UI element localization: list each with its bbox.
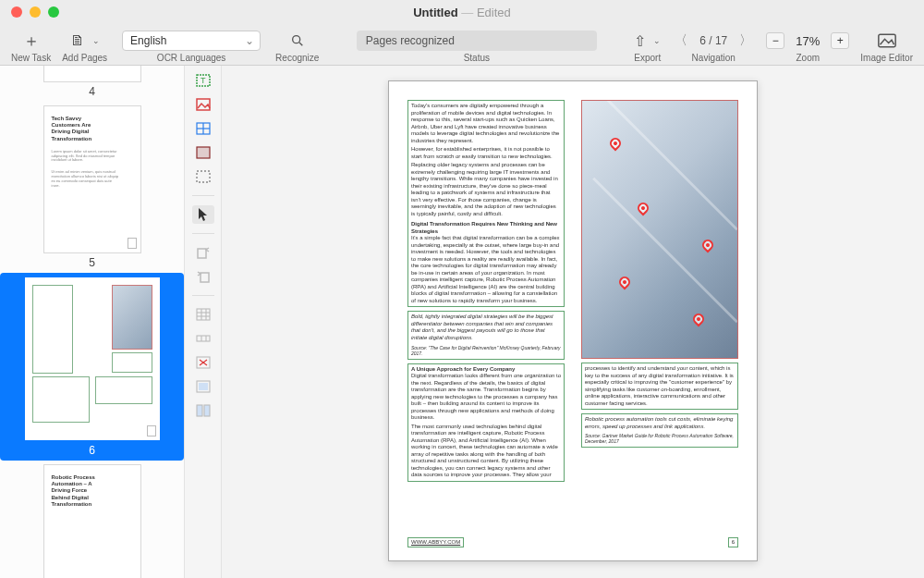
text-block[interactable]: A Unique Approach for Every Company Digi… [407, 363, 565, 482]
text-block[interactable]: Robotic process automation tools cut cos… [581, 413, 738, 448]
text-block[interactable]: processes to identify and understand you… [581, 363, 738, 410]
svg-rect-27 [204, 405, 210, 416]
zoom-out-button[interactable]: − [766, 32, 784, 49]
rotate-left-tool[interactable] [192, 243, 214, 262]
export-button[interactable]: ⇧⌄ Export [628, 31, 666, 63]
zoom-in-button[interactable]: + [831, 32, 849, 49]
zoom-group: − 17% + Zoom [760, 31, 855, 63]
picture-block-tool[interactable] [192, 95, 214, 114]
navigation-group: 〈 6 / 17 〉 Navigation [666, 31, 760, 63]
page-footer: WWW.ABBYY.COM 6 [407, 537, 738, 548]
svg-line-1 [299, 43, 302, 45]
titlebar: Untitled — Edited [0, 0, 924, 24]
image-block[interactable] [581, 100, 738, 359]
svg-rect-25 [199, 383, 208, 390]
document-icon: 🗎 [70, 32, 85, 49]
table-add-tool[interactable] [192, 305, 214, 324]
text-block-tool[interactable]: T [192, 71, 214, 90]
image-editor-icon [878, 33, 896, 48]
ocr-language-select[interactable]: English [122, 31, 261, 51]
thumbnail-6[interactable]: 6 [0, 273, 184, 461]
svg-rect-10 [197, 171, 210, 182]
svg-point-0 [292, 36, 299, 43]
table-block-tool[interactable] [192, 119, 214, 138]
new-task-button[interactable]: ＋ New Task [6, 31, 56, 63]
svg-rect-9 [197, 147, 210, 158]
text-block[interactable]: Today's consumers are digitally empowere… [407, 100, 565, 307]
nav-page-count: 6 / 17 [696, 34, 731, 47]
export-icon: ⇧ [634, 32, 646, 50]
status-field: Pages recognized [357, 31, 597, 51]
page-view: Today's consumers are digitally empowere… [388, 80, 758, 561]
thumbnails-panel[interactable]: 4 Tech Savvy Customers Are Driving Digit… [0, 66, 185, 578]
footer-page-number: 6 [728, 537, 738, 548]
cursor-tool[interactable] [192, 205, 214, 224]
recognize-icon [290, 33, 305, 48]
eraser-tool[interactable] [192, 167, 214, 186]
status-group: Pages recognized Status [324, 31, 628, 63]
document-name: Untitled [413, 6, 457, 19]
svg-rect-18 [197, 336, 210, 341]
table-delete-tool[interactable] [192, 353, 214, 372]
page-canvas[interactable]: Today's consumers are digitally empowere… [222, 66, 924, 578]
plus-icon: ＋ [23, 30, 40, 52]
table-row-tool[interactable] [192, 329, 214, 348]
zoom-value: 17% [790, 34, 825, 48]
nav-prev-button[interactable]: 〈 [672, 31, 690, 50]
svg-text:T: T [201, 76, 206, 85]
background-block-tool[interactable] [192, 143, 214, 162]
toolbar: ＋ New Task 🗎⌄ Add Pages English OCR Lang… [0, 24, 924, 65]
main-area: 4 Tech Savvy Customers Are Driving Digit… [0, 65, 924, 578]
table-merge-tool[interactable] [192, 377, 214, 396]
recognize-button[interactable]: Recognize [270, 31, 324, 63]
ocr-languages-group: English OCR Languages [113, 31, 270, 63]
footer-url[interactable]: WWW.ABBYY.COM [407, 537, 464, 548]
thumbnail-5[interactable]: Tech Savvy Customers Are Driving Digital… [0, 102, 184, 273]
add-pages-button[interactable]: 🗎⌄ Add Pages [56, 31, 113, 63]
rotate-right-tool[interactable] [192, 267, 214, 286]
nav-next-button[interactable]: 〉 [736, 31, 755, 50]
svg-rect-11 [198, 249, 206, 258]
tool-strip: T [185, 66, 222, 578]
thumbnail-4[interactable]: 4 [0, 66, 184, 102]
svg-rect-13 [197, 309, 210, 320]
svg-rect-12 [201, 273, 209, 282]
image-editor-button[interactable]: Image Editor [855, 31, 918, 63]
thumbnail-7[interactable]: Robotic Process Automation – A Driving F… [0, 461, 184, 578]
table-split-tool[interactable] [192, 401, 214, 420]
svg-rect-26 [197, 405, 202, 416]
edited-indicator: Edited [477, 6, 511, 19]
text-block[interactable]: Bold, tightly integrated digital strateg… [407, 311, 565, 360]
window-title: Untitled — Edited [0, 6, 924, 19]
